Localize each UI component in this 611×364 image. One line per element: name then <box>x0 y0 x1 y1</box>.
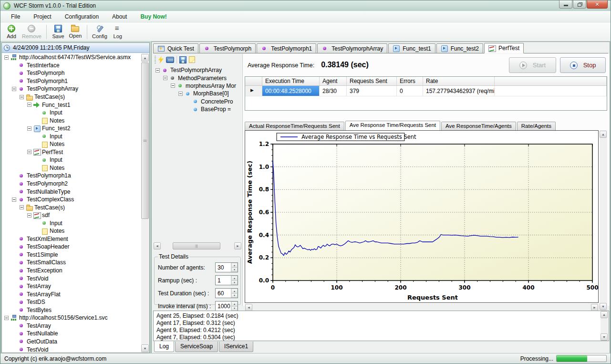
grid-column-header[interactable]: Execution Time <box>262 77 320 85</box>
minimize-button[interactable] <box>559 0 572 9</box>
tree-item[interactable]: MorphBase[0] <box>154 90 242 97</box>
expander-icon[interactable] <box>171 83 175 88</box>
expander-icon[interactable] <box>27 150 31 154</box>
tree-item[interactable]: TestPolymorph2 <box>2 180 141 188</box>
config-button[interactable]: Config <box>90 23 109 41</box>
tree-item[interactable]: TestArray <box>2 282 141 291</box>
open-button[interactable]: Open <box>67 23 84 41</box>
tab-func-test2[interactable]: Func_test2 <box>436 43 483 53</box>
tree-item[interactable]: BaseProp = <box>154 105 242 113</box>
tree-item[interactable]: TestNullable <box>2 330 141 338</box>
chart-vscrollbar[interactable] <box>600 130 607 311</box>
tree-item[interactable]: TestVoid <box>2 345 141 353</box>
spinner-up-button[interactable] <box>231 276 238 281</box>
tree-item[interactable]: http://localhost:50156/Service1.svc <box>2 314 141 322</box>
tree-item[interactable]: TestPolymorph <box>2 69 141 77</box>
expander-icon[interactable] <box>12 87 16 91</box>
add-button[interactable]: Add <box>3 23 20 41</box>
expander-icon[interactable] <box>27 126 31 131</box>
tree-item[interactable]: TestComplexClass <box>2 196 141 204</box>
tree-item[interactable]: TestBytes <box>2 306 141 314</box>
start-button[interactable]: Start <box>509 57 556 73</box>
chart-tab-actual-responsetime-requests-sent[interactable]: Actual ResponseTime/Requests Sent <box>245 122 344 130</box>
grid-column-header[interactable]: Requests Sent <box>347 77 397 85</box>
tab-perftest[interactable]: PerfTest <box>484 43 524 53</box>
tree-item[interactable]: ConcretePro <box>154 98 242 105</box>
log-tab-servicesoap[interactable]: ServiceSoap <box>175 342 218 352</box>
expander-icon[interactable] <box>20 205 24 209</box>
tree-item[interactable]: Input <box>2 219 141 227</box>
grid-cell[interactable]: 00:00:48.2528000 <box>262 86 320 96</box>
expander-icon[interactable] <box>4 316 9 320</box>
close-button[interactable] <box>587 0 608 9</box>
tab-testpolymorpharray[interactable]: TestPolymorphArray <box>317 43 387 53</box>
spinner-down-button[interactable] <box>231 293 238 298</box>
tree-item[interactable]: Test1Simple <box>2 251 141 259</box>
tree-item[interactable]: Notes <box>2 116 141 125</box>
expander-icon[interactable] <box>155 68 160 73</box>
tree-item[interactable]: TestArray <box>2 322 141 330</box>
tree-item[interactable]: TestCase(s) <box>2 203 141 211</box>
tree-item[interactable]: Input <box>2 109 141 117</box>
test-duration-sec-spinner[interactable]: 60 <box>215 288 238 298</box>
tree-item[interactable]: TestPolymorph1a <box>2 172 141 180</box>
expander-icon[interactable] <box>20 95 24 99</box>
tree-item[interactable]: Notes <box>2 227 141 235</box>
menu-project[interactable]: Project <box>27 11 58 22</box>
scroll-thumb[interactable] <box>141 62 149 219</box>
scroll-thumb[interactable] <box>173 242 220 250</box>
grid-cell[interactable]: 157.277943462937 (req/min) <box>423 86 495 96</box>
tree-item[interactable]: TestNullableType <box>2 187 141 196</box>
stop-button[interactable]: Stop <box>560 57 606 73</box>
tab-func-test1[interactable]: Func_test1 <box>388 43 435 53</box>
tree-item[interactable]: TestPolymorphArray <box>2 85 141 93</box>
run-lightning-icon[interactable] <box>158 56 164 63</box>
log-vscrollbar[interactable] <box>601 311 608 341</box>
menu-about[interactable]: About <box>105 11 134 22</box>
expander-icon[interactable] <box>27 103 31 107</box>
tree-item[interactable]: MethodParameters <box>154 74 242 82</box>
tree-item[interactable]: TestXmlElement <box>2 235 141 243</box>
scroll-down-button[interactable] <box>141 344 149 352</box>
scroll-up-button[interactable] <box>600 131 607 138</box>
save-button[interactable]: Save <box>50 23 67 41</box>
expander-icon[interactable] <box>4 55 9 60</box>
scroll-up-button[interactable] <box>141 54 149 62</box>
number-of-agents-spinner[interactable]: 30 <box>215 262 238 272</box>
grid-column-header[interactable]: Errors <box>397 77 423 85</box>
log-tab-iservice1[interactable]: IService1 <box>219 342 253 352</box>
tree-item[interactable]: GetOutData <box>2 338 141 346</box>
expander-icon[interactable] <box>27 213 31 218</box>
expander-icon[interactable] <box>12 198 16 202</box>
parameters-hscrollbar[interactable] <box>154 242 241 250</box>
rampup-sec-spinner[interactable]: 1 <box>215 275 238 285</box>
tree-item[interactable]: TestSoapHeader <box>2 243 141 251</box>
tree-item[interactable]: Func_test2 <box>2 125 141 133</box>
scroll-left-button[interactable] <box>154 242 161 250</box>
menu-configuration[interactable]: Configuration <box>58 11 105 22</box>
grid-cell[interactable]: 0 <box>397 86 423 96</box>
tree-item[interactable]: morpheusArray Mor <box>154 82 242 90</box>
tree-item[interactable]: TestDS <box>2 298 141 306</box>
notes-icon[interactable] <box>189 56 195 63</box>
save-testcase-icon[interactable] <box>179 56 186 63</box>
log-tab-log[interactable]: Log <box>154 341 174 352</box>
scroll-right-button[interactable] <box>234 242 241 250</box>
grid-cell[interactable]: 28/30 <box>320 86 347 96</box>
tree-item[interactable]: Input <box>2 132 141 140</box>
spinner-value[interactable]: 60 <box>216 289 231 298</box>
tree-item[interactable]: TestPolymorph1 <box>2 77 141 85</box>
spinner-down-button[interactable] <box>231 268 238 272</box>
expander-icon[interactable] <box>163 76 167 80</box>
tree-item[interactable]: sdf <box>2 211 141 219</box>
tree-item[interactable]: TestCase(s) <box>2 93 141 101</box>
tree-item[interactable]: TestArrayFlat <box>2 290 141 298</box>
menu-buy-now[interactable]: Buy Now! <box>134 11 173 22</box>
spinner-up-button[interactable] <box>231 289 238 293</box>
xml-view-icon[interactable] <box>166 57 174 63</box>
expander-icon[interactable] <box>178 92 183 96</box>
row-selector[interactable] <box>245 86 262 96</box>
grid-cell[interactable]: 379 <box>347 86 397 96</box>
tree-item[interactable]: TestVoid <box>2 274 141 282</box>
tree-item[interactable]: Func_test1 <box>2 101 141 109</box>
